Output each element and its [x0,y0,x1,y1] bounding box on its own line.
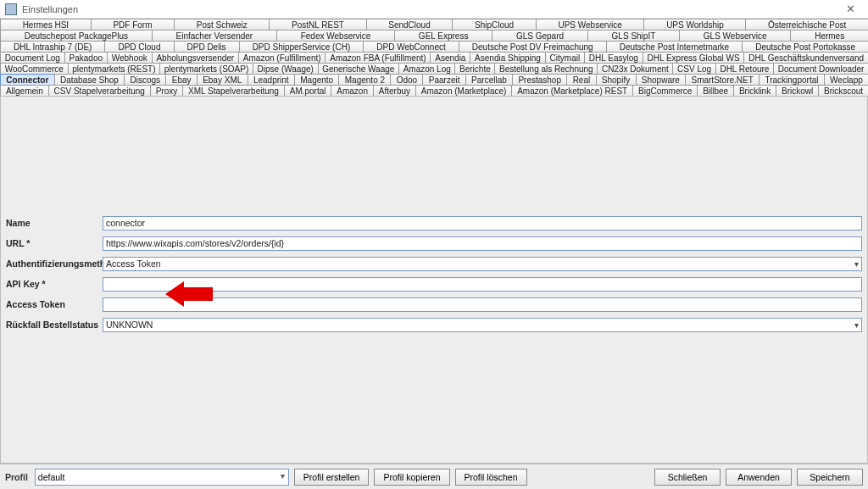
tab-amazon-fulfillment-[interactable]: Amazon (Fulfillment) [238,52,326,64]
save-button[interactable]: Speichern [797,469,863,486]
tab-proxy[interactable]: Proxy [150,85,183,97]
tab-amazon-log[interactable]: Amazon Log [398,63,455,75]
tab-pakadoo[interactable]: Pakadoo [64,52,108,64]
tab-weclapp[interactable]: Weclapp [824,74,868,86]
tab-deutsche-post-internetmarke[interactable]: Deutsche Post Internetmarke [606,41,743,53]
window-close-button[interactable]: ✕ [837,2,863,17]
tab-xml-stapelverarbeitung[interactable]: XML Stapelverarbeitung [182,85,285,97]
tab-allgemein[interactable]: Allgemein [0,85,49,97]
tab-dhl-gesch-ftskundenversand[interactable]: DHL Geschäftskundenversand [743,52,868,64]
tab-gel-express[interactable]: GEL Express [394,30,492,42]
tab-deutsche-post-portokasse[interactable]: Deutsche Post Portokasse [742,41,868,53]
tab-gls-webservice[interactable]: GLS Webservice [679,30,791,42]
window-titlebar: Einstellungen ✕ [0,0,868,19]
tab-dhl-express-global-ws[interactable]: DHL Express Global WS [643,52,745,64]
tab-am-portal[interactable]: AM.portal [284,85,332,97]
tab-csv-log[interactable]: CSV Log [672,63,715,75]
chevron-down-icon: ▾ [854,259,859,269]
tab-dhl-intraship-7-de-[interactable]: DHL Intraship 7 (DE) [0,41,105,53]
tab-dpd-delis[interactable]: DPD Delis [174,41,240,53]
tab-plentymarkets-soap-[interactable]: plentymarkets (SOAP) [159,63,253,75]
profile-select[interactable]: default [35,469,289,486]
create-profile-button[interactable]: Profil erstellen [294,469,370,486]
tab-sendcloud[interactable]: SendCloud [366,19,453,31]
tab-paarzeit[interactable]: Paarzeit [422,74,465,86]
tab-prestashop[interactable]: Prestashop [512,74,567,86]
tab-database-shop[interactable]: Database Shop [54,74,125,86]
tab-brickscout[interactable]: Brickscout [818,85,868,97]
tab-cn23x-dokument[interactable]: CN23x Dokument [597,63,673,75]
tab-ebay[interactable]: Ebay [165,74,197,86]
tab-shopify[interactable]: Shopify [596,74,637,86]
tab-postnl-rest[interactable]: PostNL REST [269,19,366,31]
close-button[interactable]: Schließen [654,469,721,486]
tab-magento[interactable]: Magento [294,74,340,86]
tab-hermes[interactable]: Hermes [790,30,868,42]
tab-shopware[interactable]: Shopware [636,74,687,86]
tab-abholungsversender[interactable]: Abholungsversender [152,52,239,64]
tab-asendia-shipping[interactable]: Asendia Shipping [470,52,546,64]
copy-profile-button[interactable]: Profil kopieren [374,469,449,486]
tab-billbee[interactable]: Billbee [697,85,734,97]
tab-hermes-hsi[interactable]: Hermes HSI [0,19,92,31]
tab-amazon-marketplace-[interactable]: Amazon (Marketplace) [415,85,512,97]
tab-generische-waage[interactable]: Generische Waage [318,63,400,75]
tab-deutsche-post-dv-freimachung[interactable]: Deutsche Post DV Freimachung [459,41,607,53]
tab-smartstore-net[interactable]: SmartStore.NET [685,74,760,86]
tab-document-log[interactable]: Document Log [0,52,65,64]
tab-bestellung-als-rechnung[interactable]: Bestellung als Rechnung [494,63,598,75]
input-name[interactable] [103,216,862,231]
tab-connector[interactable]: Connector [0,74,55,86]
tab-magento-2[interactable]: Magento 2 [338,74,391,86]
tab-csv-stapelverarbeitung[interactable]: CSV Stapelverarbeitung [48,85,151,97]
tab-gls-gepard[interactable]: GLS Gepard [492,30,588,42]
tab-parcellab[interactable]: Parcellab [465,74,513,86]
tab-bigcommerce[interactable]: BigCommerce [632,85,698,97]
tab-post-schweiz[interactable]: Post Schweiz [174,19,270,31]
tab-ups-webservice[interactable]: UPS Webservice [536,19,645,31]
delete-profile-button[interactable]: Profil löschen [455,469,527,486]
tab-afterbuy[interactable]: Afterbuy [373,85,416,97]
tab-brickowl[interactable]: Brickowl [776,85,819,97]
select-fallback[interactable]: UNKNOWN ▾ [103,318,862,332]
tab-pdf-form[interactable]: PDF Form [91,19,175,31]
tab-dpd-shipperservice-ch-[interactable]: DPD ShipperService (CH) [239,41,364,53]
tab-amazon[interactable]: Amazon [331,85,373,97]
tab-ups-worldship[interactable]: UPS Worldship [643,19,746,31]
tab-odoo[interactable]: Odoo [390,74,423,86]
tab-discogs[interactable]: Discogs [124,74,166,86]
tab-trackingportal[interactable]: Trackingportal [759,74,825,86]
tab-document-downloader[interactable]: Document Downloader [773,63,868,75]
tab-einfacher-versender[interactable]: Einfacher Versender [152,30,277,42]
tab-citymail[interactable]: Citymail [545,52,585,64]
tab-deutschepost-packageplus[interactable]: Deutschepost PackagePlus [0,30,153,42]
tab-bricklink[interactable]: Bricklink [733,85,776,97]
tab-asendia[interactable]: Asendia [430,52,470,64]
tab-dipse-waage-[interactable]: Dipse (Waage) [253,63,319,75]
input-apikey[interactable] [103,277,862,292]
select-auth[interactable]: Access Token ▾ [103,257,862,271]
tab-fedex-webservice[interactable]: Fedex Webservice [276,30,395,42]
bottom-bar: Profil default Profil erstellen Profil k… [0,464,868,489]
tab-shipcloud[interactable]: ShipCloud [452,19,536,31]
tab-leadprint[interactable]: Leadprint [248,74,295,86]
label-name: Name [6,218,103,228]
tab--sterreichische-post[interactable]: Österreichische Post [745,19,868,31]
tab-woocommerce[interactable]: WooCommerce [0,63,69,75]
tab-plentymarkets-rest-[interactable]: plentymarkets (REST) [68,63,161,75]
tab-ebay-xml[interactable]: Ebay XML [197,74,248,86]
tab-amazon-fba-fulfillment-[interactable]: Amazon FBA (Fulfillment) [325,52,431,64]
input-accesstoken[interactable] [103,297,862,312]
tab-amazon-marketplace-rest[interactable]: Amazon (Marketplace) REST [511,85,633,97]
tab-dhl-easylog[interactable]: DHL Easylog [584,52,643,64]
tab-berichte[interactable]: Berichte [454,63,495,75]
tab-webhook[interactable]: Webhook [107,52,153,64]
tab-dpd-cloud[interactable]: DPD Cloud [104,41,174,53]
tab-real[interactable]: Real [566,74,596,86]
tab-dhl-retoure[interactable]: DHL Retoure [715,63,774,75]
label-url: URL * [6,238,103,248]
tab-dpd-webconnect[interactable]: DPD WebConnect [363,41,459,53]
input-url[interactable] [103,236,862,251]
tab-gls-shipit[interactable]: GLS ShipIT [587,30,680,42]
apply-button[interactable]: Anwenden [726,469,792,486]
